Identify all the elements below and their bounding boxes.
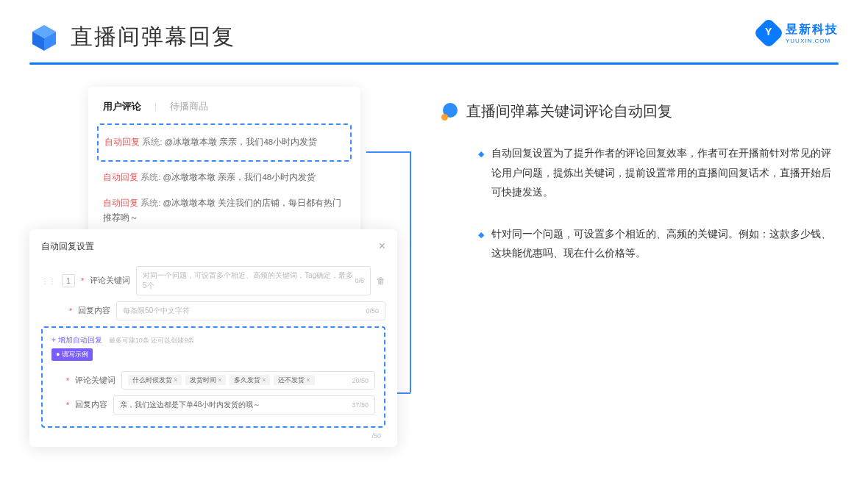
brand-url: YUUXIN.COM [786,37,839,44]
keyword-label: 评论关键词 [75,376,115,386]
example-section: + 增加自动回复 最多可建10条 还可以创建9条 ● 填写示例 * 评论关键词 … [41,326,385,428]
paragraph-2: 针对同一个问题，可设置多个相近的、高频的关键词。例如：这款多少钱、这块能优惠吗、… [491,224,839,263]
comment-text: @冰墩墩本墩 关注我们的店铺，每日都有热门推荐哟～ [103,198,341,222]
comments-panel: 用户评论 | 待播商品 自动回复 系统: @冰墩墩本墩 亲亲，我们48小时内发货… [88,87,360,244]
paragraph-1: 自动回复设置为了提升作者的评论回复效率，作者可在开播前针对常见的评论用户问题，提… [491,143,839,202]
char-counter: 0/50 [366,307,379,315]
add-hint: 最多可建10条 还可以创建9条 [109,337,195,344]
system-label: 系统: [140,198,160,207]
auto-reply-tag: 自动回复 [104,137,140,146]
highlighted-comment: 自动回复 系统: @冰墩墩本墩 亲亲，我们48小时内发货 [97,123,352,162]
diamond-bullet-icon: ◆ [478,227,484,263]
keyword-label: 评论关键词 [90,276,130,286]
comment-row: 自动回复 系统: @冰墩墩本墩 亲亲，我们48小时内发货 [103,165,346,191]
section-icon [441,103,459,121]
page-title: 直播间弹幕回复 [71,22,235,52]
auto-reply-tag: 自动回复 [103,173,138,182]
content-input[interactable]: 每条限50个中文字符 0/50 [116,301,385,320]
char-counter: 20/50 [352,377,369,384]
content-label: 回复内容 [78,306,110,316]
comment-text: @冰墩墩本墩 亲亲，我们48小时内发货 [163,173,316,182]
example-badge: ● 填写示例 [51,348,93,361]
required-icon: * [81,276,84,285]
placeholder-text: 对同一个问题，可设置多个相近、高频的关键词，Tag确定，最多5个 [143,270,355,291]
example-keyword-input[interactable]: 什么时候发货× 发货时间× 多久发货× 还不发货× 20/50 [121,371,375,390]
tab-comments[interactable]: 用户评论 [103,100,141,113]
required-icon: * [66,376,69,385]
auto-reply-tag: 自动回复 [103,198,138,207]
keyword-chip[interactable]: 什么时候发货× [128,375,182,385]
system-label: 系统: [140,173,160,182]
content-label: 回复内容 [75,400,107,410]
brand-name: 昱新科技 [786,22,839,37]
required-icon: * [69,306,72,315]
close-icon[interactable]: × [379,240,385,253]
char-counter: 0/6 [355,277,364,284]
example-content-input[interactable]: 亲，我们这边都是下单48小时内发货的哦～ 37/50 [113,395,375,415]
comment-text: @冰墩墩本墩 亲亲，我们48小时内发货 [165,137,318,146]
row-number: 1 [62,274,75,287]
diamond-bullet-icon: ◆ [478,146,484,202]
example-value: 亲，我们这边都是下单48小时内发货的哦～ [120,400,260,410]
bottom-counter: /50 [371,432,381,439]
brand-logo: 昱新科技 YUUXIN.COM [758,22,839,44]
brand-icon [753,18,784,49]
section-title: 直播间弹幕关键词评论自动回复 [466,101,672,121]
drag-handle-icon[interactable]: ⋮⋮ [41,277,56,285]
placeholder-text: 每条限50个中文字符 [123,306,190,316]
system-label: 系统: [142,137,162,146]
add-reply-link[interactable]: + 增加自动回复 [51,336,102,344]
connector-line [410,151,411,392]
keyword-input[interactable]: 对同一个问题，可设置多个相近、高频的关键词，Tag确定，最多5个 0/6 [136,266,371,295]
settings-panel: 自动回复设置 × ⋮⋮ 1 * 评论关键词 对同一个问题，可设置多个相近、高频的… [29,229,397,447]
cube-icon [29,23,59,52]
tab-separator: | [154,102,157,111]
keyword-chip[interactable]: 还不发货× [274,375,314,385]
char-counter: 37/50 [352,401,369,409]
tab-products[interactable]: 待播商品 [170,100,208,113]
required-icon: * [66,401,69,409]
panel-title: 自动回复设置 [41,240,94,253]
comment-row: 自动回复 系统: @冰墩墩本墩 关注我们的店铺，每日都有热门推荐哟～ [103,190,346,231]
delete-icon[interactable]: 🗑 [377,276,385,286]
connector-line [366,151,410,153]
keyword-chip[interactable]: 多久发货× [230,375,270,385]
keyword-chip[interactable]: 发货时间× [185,375,226,385]
